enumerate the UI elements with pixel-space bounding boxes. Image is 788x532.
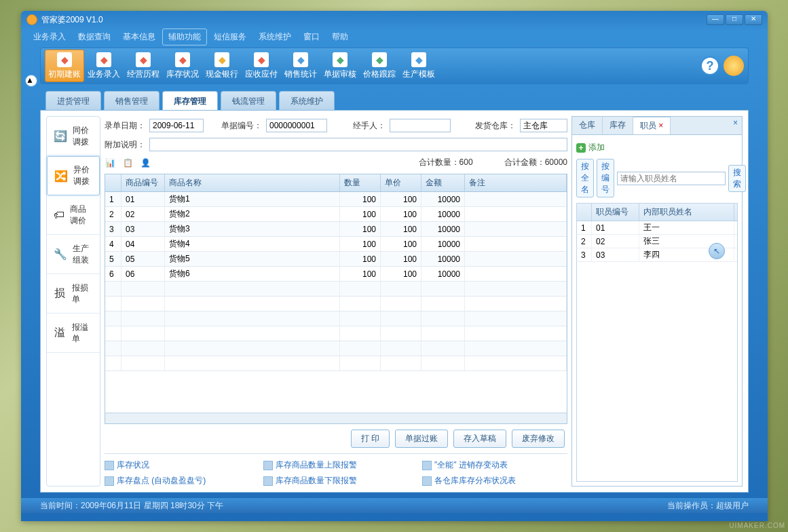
grid-icon-2[interactable]: 📋 [122, 157, 133, 168]
right-tab[interactable]: 仓库 [572, 117, 603, 134]
quick-link[interactable]: 各仓库库存分布状况表 [422, 475, 567, 487]
grid-header[interactable]: 单价 [381, 174, 421, 191]
table-row[interactable]: 303货物310010010000 [105, 222, 567, 237]
grid-header[interactable] [105, 174, 121, 191]
main-tab[interactable]: 系统维护 [279, 91, 335, 110]
main-tab[interactable]: 钱流管理 [221, 91, 276, 110]
grid-body[interactable]: 101货物110010010000202货物210010010000303货物3… [105, 192, 567, 413]
docno-input[interactable] [266, 119, 327, 132]
toolbar-button[interactable]: ◆生产模板 [399, 50, 438, 82]
toolbar-button[interactable]: ◆销售统计 [281, 50, 320, 82]
toolbar-button[interactable]: ◆单据审核 [320, 50, 360, 82]
grid-header[interactable]: 数量 [340, 174, 381, 191]
action-button[interactable]: 打 印 [351, 430, 390, 448]
table-row[interactable]: 202货物210010010000 [105, 207, 567, 222]
action-button[interactable]: 废弃修改 [512, 430, 565, 448]
help-icon[interactable]: ? [700, 56, 719, 75]
staff-grid-header[interactable] [577, 204, 592, 221]
titlebar[interactable]: 管家婆2009 V1.0 — □ ✕ [21, 11, 768, 28]
search-input[interactable] [617, 172, 726, 185]
sidebar-item[interactable]: 溢报溢单 [47, 314, 100, 353]
minimize-button[interactable]: — [707, 14, 724, 25]
staff-row[interactable]: 101王一 [577, 221, 737, 235]
person-icon[interactable]: 👤 [140, 157, 151, 168]
sidebar-item[interactable]: 🔄同价调拨 [47, 117, 100, 156]
main-tab[interactable]: 库存管理 [162, 91, 218, 110]
quick-link[interactable]: 库存商品数量上限报警 [263, 459, 409, 471]
app-window: 管家婆2009 V1.0 — □ ✕ 业务录入数据查询基本信息辅助功能短信服务系… [21, 11, 768, 521]
main-tab[interactable]: 销售管理 [104, 91, 160, 110]
quick-link[interactable]: 库存盘点 (自动盘盈盘亏) [105, 475, 250, 487]
toolbar-button[interactable]: ◆库存状况 [163, 50, 202, 82]
action-button[interactable]: 单据过账 [395, 430, 448, 448]
table-row[interactable] [105, 341, 567, 356]
quick-links: 库存状况库存商品数量上限报警"全能" 进销存变动表库存盘点 (自动盘盈盘亏)库存… [105, 453, 567, 487]
grid-header[interactable]: 商品编号 [121, 174, 165, 191]
panel-close-icon[interactable]: × [729, 117, 742, 134]
table-row[interactable] [105, 356, 567, 371]
close-button[interactable]: ✕ [745, 14, 762, 25]
grid-header[interactable]: 金额 [421, 174, 465, 191]
menu-item[interactable]: 窗口 [298, 29, 325, 45]
content-area: 🔄同价调拨🔀异价调拨🏷商品调价🔧生产组装损报损单溢报溢单 录单日期： 单据编号：… [40, 110, 749, 493]
table-row[interactable]: 101货物110010010000 [105, 192, 567, 207]
toolbar-button[interactable]: ◆应收应付 [242, 50, 281, 82]
sumqty-label: 合计数量：600 [419, 157, 473, 168]
handler-input[interactable] [390, 119, 451, 132]
grid-header[interactable]: 商品名称 [165, 174, 340, 191]
search-button[interactable]: 搜索 [728, 165, 746, 192]
horizontal-scrollbar[interactable] [105, 413, 567, 423]
maximize-button[interactable]: □ [726, 14, 743, 25]
staff-grid-header[interactable]: 内部职员姓名 [639, 204, 734, 221]
sidebar-item[interactable]: 🏷商品调价 [47, 195, 100, 235]
filter-code[interactable]: 按编号 [597, 159, 614, 197]
sidebar-item[interactable]: 🔧生产组装 [47, 235, 100, 274]
collapse-toggle-icon[interactable]: ▲ [25, 75, 37, 87]
table-row[interactable]: 404货物410010010000 [105, 237, 567, 252]
sidebar-item[interactable]: 损报损单 [47, 274, 100, 314]
toolbar-button[interactable]: ◆价格跟踪 [360, 50, 399, 82]
note-label: 附加说明： [105, 139, 145, 151]
sidebar-item[interactable]: 🔀异价调拨 [47, 156, 100, 195]
table-row[interactable] [105, 311, 567, 326]
add-button[interactable]: + 添加 [576, 139, 738, 156]
menu-item[interactable]: 基本信息 [117, 29, 161, 45]
toolbar-button[interactable]: ◆经营历程 [124, 50, 163, 82]
plus-icon: + [576, 143, 586, 153]
right-tab[interactable]: 职员 × [633, 117, 671, 134]
handler-label: 经手人： [345, 120, 386, 132]
warehouse-input[interactable] [520, 119, 567, 132]
table-row[interactable]: 505货物510010010000 [105, 252, 567, 267]
table-row[interactable] [105, 326, 567, 341]
menu-item[interactable]: 帮助 [326, 29, 354, 45]
menu-item[interactable]: 业务录入 [28, 29, 71, 45]
grid-header[interactable]: 备注 [465, 174, 567, 191]
main-tabs: 进货管理销售管理库存管理钱流管理系统维护 [40, 91, 749, 110]
main-tab[interactable]: 进货管理 [45, 91, 101, 110]
menu-item[interactable]: 数据查询 [73, 29, 116, 45]
table-row[interactable] [105, 282, 567, 297]
arrow-up-icon[interactable]: ↖ [709, 243, 725, 259]
toolbar-button[interactable]: ◆初期建账 [45, 50, 84, 82]
quick-link[interactable]: 库存商品数量下限报警 [263, 475, 409, 487]
action-button[interactable]: 存入草稿 [453, 430, 506, 448]
quick-link[interactable]: "全能" 进销存变动表 [422, 459, 567, 471]
menu-item[interactable]: 系统维护 [253, 29, 297, 45]
toolbar-button[interactable]: ◆业务录入 [84, 50, 124, 82]
note-input[interactable] [149, 138, 567, 151]
menu-item[interactable]: 辅助功能 [162, 28, 207, 45]
table-row[interactable]: 606货物610010010000 [105, 267, 567, 282]
table-row[interactable] [105, 297, 567, 311]
date-input[interactable] [149, 119, 204, 132]
filter-fullname[interactable]: 按全名 [576, 159, 594, 197]
menu-item[interactable]: 短信服务 [208, 29, 252, 45]
brand-icon[interactable] [724, 56, 744, 76]
right-tab[interactable]: 库存 [603, 117, 633, 134]
grid-icon-1[interactable]: 📊 [105, 157, 115, 168]
app-icon [26, 14, 37, 25]
quick-link[interactable]: 库存状况 [105, 459, 250, 471]
sumamt-label: 合计金额：60000 [504, 157, 567, 168]
toolbar-button[interactable]: ◆现金银行 [202, 50, 242, 82]
right-panel-tabs: 仓库库存职员 ×× [572, 117, 742, 135]
staff-grid-header[interactable]: 职员编号 [592, 204, 639, 221]
